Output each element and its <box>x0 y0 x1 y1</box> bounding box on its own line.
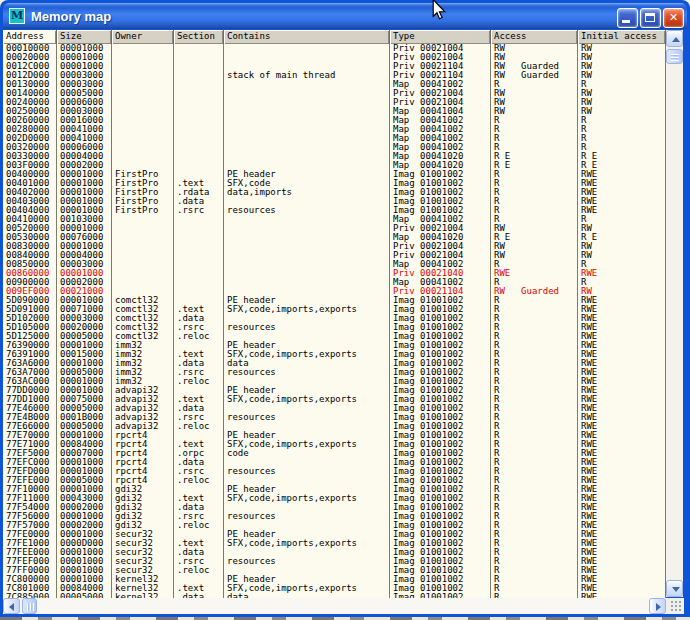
table-row[interactable]: 77E4B0000001B000advapi32.rsrcresourcesIm… <box>3 413 666 422</box>
horizontal-scroll-thumb[interactable] <box>22 598 37 614</box>
table-row[interactable]: 0040200000001000FirstPro.rdatadata,impor… <box>3 188 666 197</box>
horizontal-scrollbar[interactable] <box>3 598 666 614</box>
table-row[interactable]: 0028000000041000Map 00041002RR <box>3 125 666 134</box>
table-row[interactable]: 763AC00000001000imm32.relocImag 01001002… <box>3 377 666 386</box>
minimize-button[interactable] <box>617 8 638 28</box>
table-row[interactable]: 0012C00000001000Priv 00021104RW GuardedR… <box>3 62 666 71</box>
table-row[interactable]: 77FF000000001000secur32.relocImag 010010… <box>3 566 666 575</box>
table-row[interactable]: 0002000000001000Priv 00021004RWRW <box>3 53 666 62</box>
table-row[interactable]: 763A600000001000imm32.datadataImag 01001… <box>3 359 666 368</box>
table-row[interactable]: 77EFD00000001000rpcrt4.rsrcresourcesImag… <box>3 467 666 476</box>
table-row[interactable]: 7639000000001000imm32PE headerImag 01001… <box>3 341 666 350</box>
column-header-contains[interactable]: Contains <box>224 30 390 44</box>
table-row[interactable]: 77FEF00000001000secur32.rsrcresourcesIma… <box>3 557 666 566</box>
table-row[interactable]: 0025000000003000Map 00041004RWRW <box>3 107 666 116</box>
column-header-size[interactable]: Size <box>57 30 112 44</box>
table-row[interactable]: 7C80000000001000kernel32PE headerImag 01… <box>3 575 666 584</box>
titlebar[interactable]: M Memory map ✕ <box>3 3 687 29</box>
cell-owner: imm32 <box>112 350 174 359</box>
table-row[interactable]: 5D09000000001000comctl32PE headerImag 01… <box>3 296 666 305</box>
table-row[interactable]: 0083000000001000Priv 00021004RWRW <box>3 242 666 251</box>
scroll-down-button[interactable] <box>666 580 683 597</box>
table-row[interactable]: 0040000000001000FirstProPE headerImag 01… <box>3 170 666 179</box>
close-button[interactable]: ✕ <box>663 8 684 28</box>
table-row[interactable]: 0040300000001000FirstPro.dataImag 010010… <box>3 197 666 206</box>
cell-owner <box>112 44 174 53</box>
cell-type: Map 00041002 <box>390 134 491 143</box>
cell-access: R <box>491 548 578 557</box>
table-row[interactable]: 77F1100000043000gdi32.textSFX,code,impor… <box>3 494 666 503</box>
maximize-button[interactable] <box>640 8 661 28</box>
scroll-up-button[interactable] <box>666 30 683 47</box>
table-row[interactable]: 0040100000001000FirstPro.textSFX,codeIma… <box>3 179 666 188</box>
table-row[interactable]: 009EF00000021000Priv 00021104RW GuardedR… <box>3 287 666 296</box>
table-row[interactable]: 77FEE00000001000secur32.dataImag 0100100… <box>3 548 666 557</box>
table-row[interactable]: 77E7100000084000rpcrt4.textSFX,code,impo… <box>3 440 666 449</box>
table-row[interactable]: 5D10500000020000comctl32.rsrcresourcesIm… <box>3 323 666 332</box>
scroll-right-button[interactable] <box>649 598 666 614</box>
table-row[interactable]: 77F5400000002000gdi32.dataImag 01001002R… <box>3 503 666 512</box>
table-row[interactable]: 0053000000076000Map 00041020R ER E <box>3 233 666 242</box>
cell-access: RW Guarded <box>491 71 578 80</box>
cell-initial: RWE <box>578 206 666 215</box>
table-row[interactable]: 0086000000001000Priv 00021040RWERWE <box>3 269 666 278</box>
table-row[interactable]: 77DD100000075000advapi32.textSFX,code,im… <box>3 395 666 404</box>
table-row[interactable]: 77DD000000001000advapi32PE headerImag 01… <box>3 386 666 395</box>
table-row[interactable]: 0090000000002000Map 00041002RR <box>3 278 666 287</box>
column-header-section[interactable]: Section <box>174 30 224 44</box>
table-row[interactable]: 77FE10000000D000secur32.textSFX,code,imp… <box>3 539 666 548</box>
table-row[interactable]: 0032000000006000Map 00041002RR <box>3 143 666 152</box>
table-row[interactable]: 77E4600000005000advapi32.dataImag 010010… <box>3 404 666 413</box>
table-row[interactable]: 77F1000000001000gdi32PE headerImag 01001… <box>3 485 666 494</box>
column-header-type[interactable]: Type <box>390 30 491 44</box>
table-row[interactable]: 0001000000001000Priv 00021004RWRW <box>3 44 666 53</box>
table-row[interactable]: 77EF500000007000rpcrt4.orpccodeImag 0100… <box>3 449 666 458</box>
table-row[interactable]: 0040400000001000FirstPro.rsrcresourcesIm… <box>3 206 666 215</box>
table-row[interactable]: 0085000000003000Map 00041002RR <box>3 260 666 269</box>
column-header-address[interactable]: Address <box>3 30 57 44</box>
vertical-scroll-thumb[interactable] <box>666 49 683 64</box>
table-row[interactable]: 763A700000005000imm32.rsrcresourcesImag … <box>3 368 666 377</box>
table-row[interactable]: 0013000000003000Map 00041002RR <box>3 80 666 89</box>
column-header-owner[interactable]: Owner <box>112 30 174 44</box>
table-row[interactable]: 77F5600000001000gdi32.rsrcresourcesImag … <box>3 512 666 521</box>
cell-initial: RWE <box>578 188 666 197</box>
resize-grip[interactable] <box>666 598 684 614</box>
cell-initial: RW <box>578 107 666 116</box>
table-row[interactable]: 0052000000001000Priv 00021004RWRW <box>3 224 666 233</box>
table-row[interactable]: 0084000000004000Priv 00021004RWRW <box>3 251 666 260</box>
table-row[interactable]: 5D09100000071000comctl32.textSFX,code,im… <box>3 305 666 314</box>
cell-section <box>174 431 224 440</box>
table-row[interactable]: 003F000000002000Map 00041020R ER E <box>3 161 666 170</box>
table-row[interactable]: 002D000000041000Map 00041002RR <box>3 134 666 143</box>
table-row[interactable]: 77EFE00000005000rpcrt4.relocImag 0100100… <box>3 476 666 485</box>
table-row[interactable]: 77E6600000005000advapi32.relocImag 01001… <box>3 422 666 431</box>
table-row[interactable]: 77E7000000001000rpcrt4PE headerImag 0100… <box>3 431 666 440</box>
memory-map-window: M Memory map ✕ AddressSizeOwnerSectionCo… <box>0 0 690 617</box>
table-row[interactable]: 5D12500000005000comctl32.relocImag 01001… <box>3 332 666 341</box>
table-row[interactable]: 77EFC00000001000rpcrt4.dataImag 01001002… <box>3 458 666 467</box>
cell-size: 00001000 <box>57 377 112 386</box>
table-row[interactable]: 0026000000016000Map 00041002RR <box>3 116 666 125</box>
column-header-access[interactable]: Access <box>491 30 578 44</box>
cell-initial: RW <box>578 287 666 296</box>
table-row[interactable]: 0041000000103000Map 00041002RR <box>3 215 666 224</box>
cell-section: .text <box>174 305 224 314</box>
table-row[interactable]: 7639100000015000imm32.textSFX,code,impor… <box>3 350 666 359</box>
cell-section <box>174 530 224 539</box>
table-row[interactable]: 0012D00000003000stack of main threadPriv… <box>3 71 666 80</box>
scroll-left-button[interactable] <box>3 598 20 614</box>
table-row[interactable]: 0024000000006000Priv 00021004RWRW <box>3 98 666 107</box>
column-header-initial[interactable]: Initial access <box>578 30 666 44</box>
table-row[interactable]: 7C80100000084000kernel32.textSFX,code,im… <box>3 584 666 593</box>
app-icon[interactable]: M <box>9 8 25 24</box>
table-row[interactable]: 0033000000004000Map 00041020R ER E <box>3 152 666 161</box>
table-row[interactable]: 0014000000005000Priv 00021004RWRW <box>3 89 666 98</box>
vertical-scrollbar[interactable] <box>666 30 683 597</box>
table-row[interactable]: 5D10200000003000comctl32.dataImag 010010… <box>3 314 666 323</box>
cell-address: 77E4B000 <box>3 413 57 422</box>
table-row[interactable]: 77FE000000001000secur32PE headerImag 010… <box>3 530 666 539</box>
cell-contains <box>224 215 390 224</box>
cell-initial: RWE <box>578 440 666 449</box>
table-row[interactable]: 77F5700000002000gdi32.relocImag 01001002… <box>3 521 666 530</box>
